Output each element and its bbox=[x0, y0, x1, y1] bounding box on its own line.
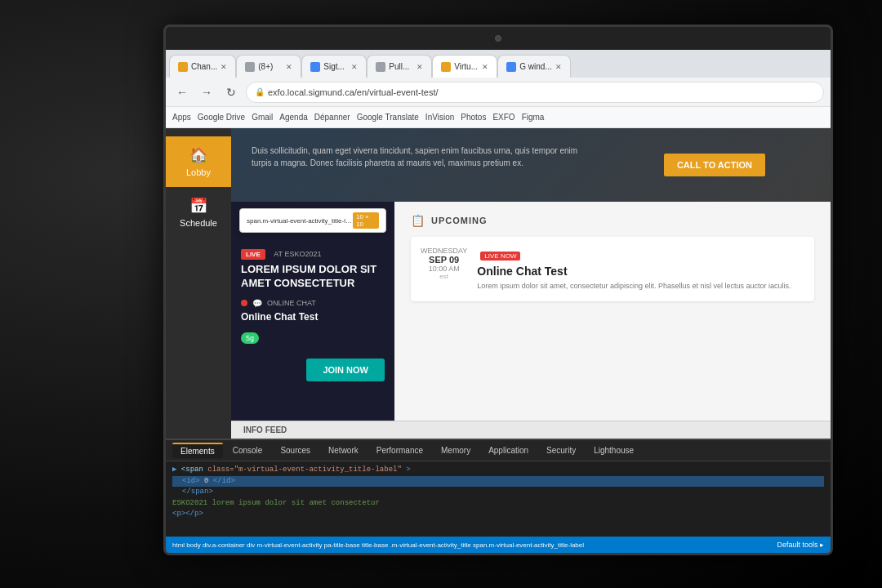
bookmark-agenda[interactable]: Agenda bbox=[279, 113, 307, 122]
event-card-row: WEDNESDAY SEP 09 10:00 AM est LIVE NOW bbox=[421, 247, 804, 292]
online-chat-label: ONLINE CHAT bbox=[267, 299, 316, 307]
bookmark-gmail-label: Gmail bbox=[252, 113, 273, 122]
browser-tab-gwind[interactable]: G wind... ✕ bbox=[497, 55, 570, 78]
tab-close-pull[interactable]: ✕ bbox=[416, 63, 423, 71]
devtools-tab-memory[interactable]: Memory bbox=[433, 443, 479, 457]
upcoming-event-card: WEDNESDAY SEP 09 10:00 AM est LIVE NOW bbox=[411, 237, 814, 301]
chrome-tabs-bar: Chan... ✕ (8+) ✕ Sigt... ✕ Pull... ✕ Vir… bbox=[166, 50, 831, 78]
cta-button[interactable]: CALL TO ACTION bbox=[664, 154, 765, 176]
event-time: 10:00 AM bbox=[421, 265, 467, 273]
bookmark-apps-label: Apps bbox=[172, 113, 191, 122]
devtools-line-2: <id> 0 </id> bbox=[172, 476, 824, 488]
sidebar-item-schedule[interactable]: 📅 Schedule bbox=[166, 187, 231, 238]
event-details: LIVE NOW Online Chat Test Lorem ipsum do… bbox=[477, 247, 804, 292]
sidebar: 🏠 Lobby 📅 Schedule bbox=[166, 128, 231, 439]
address-bar[interactable]: 🔒 exfo.local.sigmund.ca/en/virtual-event… bbox=[246, 82, 824, 103]
upcoming-icon: 📋 bbox=[411, 214, 425, 227]
devtools-content: ▶ <span class="m-virtual-event-activity_… bbox=[166, 461, 831, 537]
devtools-line-4: ESKO2021 lorem ipsum dolor sit amet cons… bbox=[172, 498, 824, 510]
browser-tab-chan[interactable]: Chan... ✕ bbox=[169, 55, 236, 78]
monitor-bezel bbox=[166, 27, 831, 50]
address-text: exfo.local.sigmund.ca/en/virtual-event-t… bbox=[268, 87, 439, 97]
devtools-text-2: 0 bbox=[204, 477, 208, 485]
event-card-title: Online Chat Test bbox=[477, 265, 804, 278]
bookmark-apps[interactable]: Apps bbox=[172, 113, 191, 122]
back-button[interactable]: ← bbox=[172, 82, 192, 102]
forward-button[interactable]: → bbox=[197, 82, 216, 102]
right-panel: 📋 UPCOMING WEDNESDAY SEP 09 10:00 AM est bbox=[394, 202, 831, 421]
monitor-frame: Chan... ✕ (8+) ✕ Sigt... ✕ Pull... ✕ Vir… bbox=[163, 24, 833, 555]
devtools-indent-3 bbox=[172, 488, 182, 496]
devtools-tab-sources[interactable]: Sources bbox=[272, 443, 318, 457]
devtools-tab-security[interactable]: Security bbox=[538, 443, 584, 457]
devtools-tab-performance[interactable]: Performance bbox=[368, 443, 431, 457]
activity-meta: 💬 ONLINE CHAT bbox=[241, 299, 385, 308]
reload-button[interactable]: ↻ bbox=[221, 82, 241, 102]
tab-favicon-pull bbox=[376, 62, 385, 72]
sidebar-item-lobby[interactable]: 🏠 Lobby bbox=[166, 136, 231, 187]
tab-close-chan[interactable]: ✕ bbox=[220, 63, 227, 71]
activity-title: LOREM IPSUM DOLOR SIT AMET CONSECTETUR bbox=[241, 263, 385, 291]
info-feed-label: INFO FEED bbox=[243, 425, 287, 434]
css-tooltip: span.m-virtual-event-activity_title-labe… bbox=[239, 208, 386, 233]
devtools-tab-console[interactable]: Console bbox=[225, 443, 271, 457]
tab-label-chan: Chan... bbox=[191, 62, 217, 71]
browser-tab-sigt[interactable]: Sigt... ✕ bbox=[301, 55, 367, 78]
hero-text: Duis sollicitudin, quam eget viverra tin… bbox=[252, 145, 578, 169]
tab-label-gwind: G wind... bbox=[519, 62, 551, 71]
devtools-tab-network[interactable]: Network bbox=[320, 443, 367, 457]
bookmark-figma[interactable]: Figma bbox=[522, 113, 545, 122]
tab-close-8[interactable]: ✕ bbox=[286, 63, 292, 71]
tab-label-pull: Pull... bbox=[389, 62, 409, 71]
bookmark-depanner[interactable]: Dépanner bbox=[314, 113, 350, 122]
tab-favicon-sigt bbox=[310, 62, 320, 72]
browser-tab-virtual[interactable]: Virtu... ✕ bbox=[432, 55, 497, 78]
bookmarks-bar: Apps Google Drive Gmail Agenda Dépanner … bbox=[166, 107, 831, 128]
devtools-tab-application[interactable]: Application bbox=[480, 443, 537, 457]
event-card-desc: Lorem ipsum dolor sit amet, consectetur … bbox=[477, 281, 804, 292]
devtools-tabs: Elements Console Sources Network Perform… bbox=[166, 440, 831, 461]
devtools-tab-elements[interactable]: Elements bbox=[172, 443, 223, 458]
event-tz: est bbox=[421, 273, 467, 280]
devtools-tab-network-label: Network bbox=[328, 446, 359, 455]
live-badge: LIVE bbox=[241, 249, 265, 260]
main-area: Duis sollicitudin, quam eget viverra tin… bbox=[231, 128, 831, 439]
tab-favicon-gwind bbox=[506, 62, 516, 72]
timer-badge: 5g bbox=[241, 332, 259, 344]
devtools-tag-3: </span> bbox=[182, 488, 213, 496]
devtools-tab-console-label: Console bbox=[233, 446, 263, 455]
devtools-line-5: <p></p> bbox=[172, 509, 824, 520]
bookmark-gdrive[interactable]: Google Drive bbox=[198, 113, 245, 122]
chrome-toolbar: ← → ↻ 🔒 exfo.local.sigmund.ca/en/virtual… bbox=[166, 78, 831, 107]
tab-label-sigt: Sigt... bbox=[323, 62, 345, 71]
tab-close-sigt[interactable]: ✕ bbox=[351, 63, 358, 71]
devtools-indent-2 bbox=[172, 477, 182, 485]
devtools-tab-sources-label: Sources bbox=[280, 446, 310, 455]
devtools-attr-1: <span bbox=[181, 466, 207, 474]
browser-tab-8[interactable]: (8+) ✕ bbox=[236, 55, 301, 78]
activity-inner: LIVE AT ESKO2021 LOREM IPSUM DOLOR SIT A… bbox=[231, 238, 394, 365]
tab-favicon-8 bbox=[245, 62, 255, 72]
bookmark-photos-label: Photos bbox=[461, 113, 486, 122]
event-day-name: WEDNESDAY bbox=[421, 247, 467, 255]
tab-favicon-chan bbox=[178, 62, 188, 72]
bookmark-gmail[interactable]: Gmail bbox=[252, 113, 273, 122]
sidebar-schedule-label: Schedule bbox=[180, 218, 217, 228]
devtools-statusbar: html body div.a-container div m-virtual-… bbox=[166, 537, 831, 553]
bookmark-exfo[interactable]: EXFO bbox=[492, 113, 514, 122]
join-now-button[interactable]: JOIN NOW bbox=[306, 359, 385, 381]
devtools-tab-lighthouse-label: Lighthouse bbox=[594, 446, 634, 455]
devtools-tab-app-label: Application bbox=[488, 446, 528, 455]
tab-close-virtual[interactable]: ✕ bbox=[482, 63, 488, 71]
devtools-tab-elements-label: Elements bbox=[180, 447, 215, 456]
devtools-panel: Elements Console Sources Network Perform… bbox=[166, 439, 831, 553]
browser-tab-pull[interactable]: Pull... ✕ bbox=[367, 55, 432, 78]
activity-card: span.m-virtual-event-activity_title-labe… bbox=[231, 202, 394, 421]
bookmark-translate[interactable]: Google Translate bbox=[357, 113, 419, 122]
bookmark-photos[interactable]: Photos bbox=[461, 113, 486, 122]
devtools-tab-security-label: Security bbox=[546, 446, 576, 455]
tab-close-gwind[interactable]: ✕ bbox=[555, 63, 562, 71]
bookmark-invision[interactable]: InVision bbox=[425, 113, 454, 122]
devtools-tab-lighthouse[interactable]: Lighthouse bbox=[586, 443, 642, 457]
statusbar-path: html body div.a-container div m-virtual-… bbox=[172, 541, 584, 549]
